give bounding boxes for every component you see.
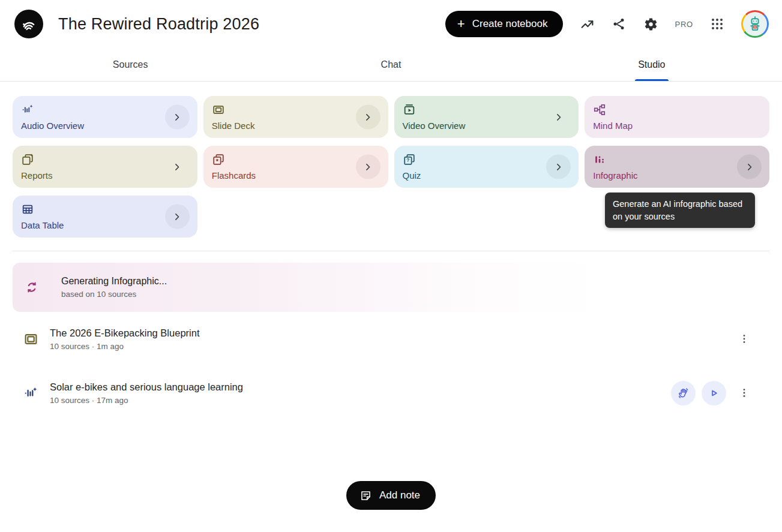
play-icon xyxy=(708,387,720,399)
artifact-meta: 10 sources · 17m ago xyxy=(50,396,243,405)
audio-waveform-icon xyxy=(23,386,38,401)
card-label: Infographic xyxy=(593,170,761,181)
card-mind-map[interactable]: Mind Map xyxy=(585,96,769,138)
apps-grid-icon[interactable] xyxy=(709,16,725,32)
more-menu-icon[interactable] xyxy=(733,382,755,404)
card-open-button[interactable] xyxy=(737,155,762,179)
tab-sources[interactable]: Sources xyxy=(0,48,260,81)
card-label: Reports xyxy=(21,170,189,181)
card-quiz[interactable]: ? Quiz xyxy=(394,146,579,188)
card-open-button[interactable] xyxy=(165,205,190,229)
artifact-row-slide-deck[interactable]: The 2026 E-Bikepacking Blueprint 10 sour… xyxy=(13,312,769,366)
data-table-icon xyxy=(21,203,34,216)
tab-sources-label: Sources xyxy=(113,59,148,70)
card-label: Mind Map xyxy=(593,121,761,131)
infographic-icon xyxy=(593,153,606,166)
notebooklm-logo[interactable] xyxy=(14,10,43,38)
card-open-button[interactable] xyxy=(165,155,190,179)
notebook-title[interactable]: The Rewired Roadtrip 2026 xyxy=(58,15,259,34)
card-slide-deck[interactable]: Slide Deck xyxy=(203,96,388,138)
generating-title: Generating Infographic... xyxy=(61,276,167,287)
app-header: The Rewired Roadtrip 2026 + Create noteb… xyxy=(0,0,782,48)
card-label: Data Table xyxy=(21,220,189,230)
generating-spinner-icon xyxy=(25,280,39,294)
infographic-tooltip: Generate an AI infographic based on your… xyxy=(605,193,755,228)
slide-deck-icon xyxy=(212,103,225,116)
card-open-button[interactable] xyxy=(546,155,571,179)
interactive-mode-button[interactable] xyxy=(671,381,696,405)
card-reports[interactable]: Reports xyxy=(13,146,197,188)
artifact-title: The 2026 E-Bikepacking Blueprint xyxy=(50,327,199,339)
svg-text:?: ? xyxy=(406,158,409,163)
reports-icon xyxy=(21,153,34,166)
add-note-label: Add note xyxy=(379,489,420,501)
tab-chat[interactable]: Chat xyxy=(260,48,521,81)
generating-infographic-row: Generating Infographic... based on 10 so… xyxy=(13,263,769,312)
card-flashcards[interactable]: Flashcards xyxy=(203,146,388,188)
tab-chat-label: Chat xyxy=(381,59,402,70)
video-overview-icon xyxy=(403,103,416,116)
card-open-button[interactable] xyxy=(356,155,380,179)
card-open-button[interactable] xyxy=(356,105,380,130)
play-button[interactable] xyxy=(702,381,726,405)
share-icon[interactable] xyxy=(611,16,627,32)
card-label: Quiz xyxy=(403,170,571,181)
card-label: Video Overview xyxy=(403,121,571,131)
avatar-robot-image xyxy=(743,12,767,36)
card-open-button[interactable] xyxy=(165,105,190,130)
generating-subtitle: based on 10 sources xyxy=(61,290,167,299)
card-data-table[interactable]: Data Table xyxy=(13,196,197,238)
card-label: Flashcards xyxy=(212,170,380,181)
quiz-icon: ? xyxy=(403,153,416,166)
card-open-button[interactable] xyxy=(546,105,571,130)
audio-waveform-icon xyxy=(21,103,34,116)
wave-hand-icon xyxy=(677,387,690,399)
artifact-row-audio-overview[interactable]: Solar e-bikes and serious language learn… xyxy=(13,366,769,420)
note-icon xyxy=(359,489,372,502)
artifact-meta: 10 sources · 1m ago xyxy=(50,342,199,351)
section-divider xyxy=(13,251,769,251)
slide-deck-icon xyxy=(23,332,38,347)
mind-map-icon xyxy=(593,103,606,116)
card-infographic[interactable]: Infographic xyxy=(585,146,769,188)
pro-badge: PRO xyxy=(675,20,693,29)
card-label: Audio Overview xyxy=(21,121,189,131)
card-video-overview[interactable]: Video Overview xyxy=(394,96,579,138)
create-notebook-button[interactable]: + Create notebook xyxy=(445,11,564,37)
trending-up-icon[interactable] xyxy=(579,16,595,32)
tab-studio[interactable]: Studio xyxy=(522,48,782,81)
card-audio-overview[interactable]: Audio Overview xyxy=(13,96,197,138)
plus-icon: + xyxy=(457,17,465,31)
flashcards-icon xyxy=(212,153,225,166)
add-note-button[interactable]: Add note xyxy=(346,481,436,510)
artifact-title: Solar e-bikes and serious language learn… xyxy=(50,381,243,393)
more-menu-icon[interactable] xyxy=(733,328,755,350)
tab-studio-label: Studio xyxy=(638,59,665,70)
active-tab-underline xyxy=(635,79,669,81)
avatar[interactable] xyxy=(741,10,769,38)
card-label: Slide Deck xyxy=(212,121,380,131)
create-notebook-label: Create notebook xyxy=(472,18,548,30)
settings-gear-icon[interactable] xyxy=(643,16,658,32)
panel-tabs: Sources Chat Studio xyxy=(0,48,782,82)
